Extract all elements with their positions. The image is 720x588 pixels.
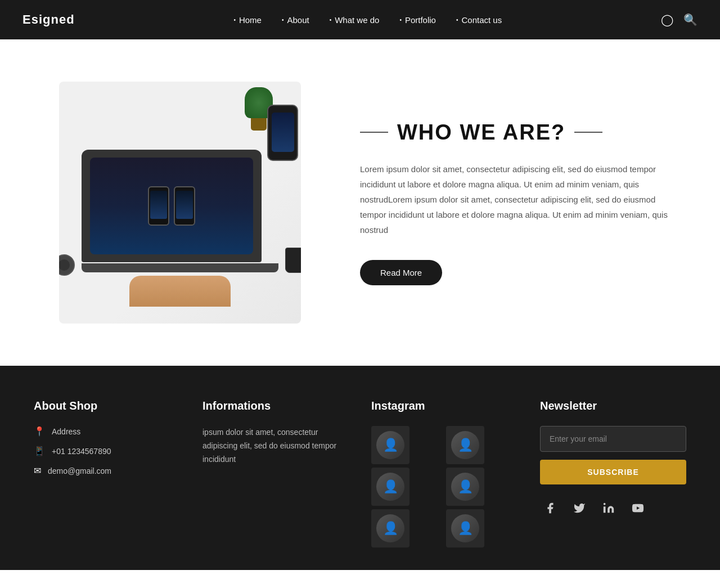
- phone-screen-1: [150, 191, 167, 219]
- section-title: WHO WE ARE?: [397, 120, 565, 145]
- phone-screen-2: [176, 191, 193, 219]
- nav-link-portfolio[interactable]: Portfolio: [399, 15, 436, 25]
- footer-about-shop: About Shop 📍 Address 📱 +01 1234567890 ✉ …: [34, 400, 180, 547]
- instagram-item-1[interactable]: 👤: [371, 426, 410, 464]
- phone-mockup-floating: [267, 105, 298, 161]
- insta-avatar-4: 👤: [451, 473, 479, 501]
- phone-on-screen-1: [148, 186, 169, 226]
- nav-link-home[interactable]: Home: [233, 15, 262, 25]
- nav-link-contact[interactable]: Contact us: [456, 15, 502, 25]
- nav-item-about[interactable]: About: [282, 15, 309, 25]
- nav-icon-group: ◯ 🔍: [661, 13, 698, 26]
- social-icons: [540, 498, 686, 518]
- search-icon[interactable]: 🔍: [683, 13, 698, 26]
- email-icon: ✉: [34, 465, 41, 476]
- instagram-item-4[interactable]: 👤: [446, 468, 484, 506]
- phone-on-screen-2: [174, 186, 195, 226]
- footer-phone-item: 📱 +01 1234567890: [34, 446, 180, 456]
- footer-address-label: Address: [52, 427, 80, 436]
- insta-avatar-3: 👤: [376, 473, 404, 501]
- footer-about-title: About Shop: [34, 400, 180, 412]
- hand-typing: [129, 276, 231, 307]
- twitter-icon[interactable]: [569, 498, 590, 518]
- nav-item-portfolio[interactable]: Portfolio: [399, 15, 436, 25]
- bluetooth-speaker: [59, 254, 75, 276]
- avatar-icon-4: 👤: [458, 479, 473, 494]
- newsletter-email-input[interactable]: [540, 426, 686, 452]
- section-title-wrapper: WHO WE ARE?: [360, 120, 675, 145]
- nav-logo: Esigned: [22, 12, 75, 27]
- insta-avatar-5: 👤: [376, 514, 404, 542]
- plant-pot: [251, 118, 267, 131]
- nav-item-what-we-do[interactable]: What we do: [330, 15, 380, 25]
- footer-newsletter: Newsletter SUBSCRIBE: [540, 400, 686, 547]
- footer-address-item: 📍 Address: [34, 426, 180, 437]
- footer-instagram: Instagram 👤 👤 👤: [371, 400, 518, 547]
- avatar-icon-3: 👤: [383, 479, 398, 494]
- coffee-cup: [285, 248, 301, 273]
- read-more-button[interactable]: Read More: [360, 260, 442, 285]
- phone-icon: 📱: [34, 446, 45, 456]
- speaker-center: [59, 259, 70, 271]
- avatar-icon-6: 👤: [458, 521, 473, 536]
- hero-image-area: [45, 82, 315, 324]
- section-description: Lorem ipsum dolor sit amet, consectetur …: [360, 161, 675, 237]
- footer-instagram-title: Instagram: [371, 400, 518, 412]
- title-line-left: [360, 132, 388, 133]
- nav-item-contact[interactable]: Contact us: [456, 15, 502, 25]
- hero-image: [59, 82, 301, 324]
- avatar-icon-1: 👤: [383, 438, 398, 452]
- youtube-icon[interactable]: [628, 498, 648, 518]
- navbar: Esigned Home About What we do Portfolio …: [0, 0, 720, 39]
- instagram-item-5[interactable]: 👤: [371, 509, 410, 547]
- linkedin-icon[interactable]: [598, 498, 619, 518]
- who-we-are-section: WHO WE ARE? Lorem ipsum dolor sit amet, …: [0, 39, 720, 366]
- footer-informations: Informations ipsum dolor sit amet, conse…: [202, 400, 349, 547]
- avatar-icon-5: 👤: [383, 521, 398, 536]
- nav-link-what-we-do[interactable]: What we do: [330, 15, 380, 25]
- footer-grid: About Shop 📍 Address 📱 +01 1234567890 ✉ …: [34, 400, 686, 547]
- phone-floating-screen: [272, 113, 294, 152]
- avatar-icon-2: 👤: [458, 438, 473, 452]
- instagram-item-3[interactable]: 👤: [371, 468, 410, 506]
- insta-avatar-1: 👤: [376, 431, 404, 459]
- laptop-base: [82, 263, 278, 272]
- nav-links: Home About What we do Portfolio Contact …: [233, 15, 502, 25]
- instagram-item-6[interactable]: 👤: [446, 509, 484, 547]
- laptop-screen: [90, 158, 253, 254]
- svg-point-0: [604, 503, 606, 505]
- user-icon[interactable]: ◯: [661, 13, 673, 26]
- footer-email-item: ✉ demo@gmail.com: [34, 465, 180, 476]
- footer-newsletter-title: Newsletter: [540, 400, 686, 412]
- footer: About Shop 📍 Address 📱 +01 1234567890 ✉ …: [0, 366, 720, 570]
- main-content-area: WHO WE ARE? Lorem ipsum dolor sit amet, …: [315, 120, 675, 285]
- facebook-icon[interactable]: [540, 498, 560, 518]
- laptop-body: [82, 150, 262, 262]
- insta-avatar-6: 👤: [451, 514, 479, 542]
- location-icon: 📍: [34, 426, 45, 437]
- instagram-item-2[interactable]: 👤: [446, 426, 484, 464]
- instagram-grid: 👤 👤 👤 👤: [371, 426, 518, 547]
- footer-phone-label: +01 1234567890: [52, 447, 111, 456]
- laptop-screen-inner: [90, 158, 253, 254]
- subscribe-button[interactable]: SUBSCRIBE: [540, 460, 686, 484]
- nav-item-home[interactable]: Home: [233, 15, 262, 25]
- footer-info-title: Informations: [202, 400, 349, 412]
- nav-link-about[interactable]: About: [282, 15, 309, 25]
- insta-avatar-2: 👤: [451, 431, 479, 459]
- title-line-right: [574, 132, 602, 133]
- laptop-container: [82, 133, 278, 307]
- footer-info-text: ipsum dolor sit amet, consectetur adipis…: [202, 426, 349, 466]
- footer-email-label: demo@gmail.com: [48, 466, 111, 475]
